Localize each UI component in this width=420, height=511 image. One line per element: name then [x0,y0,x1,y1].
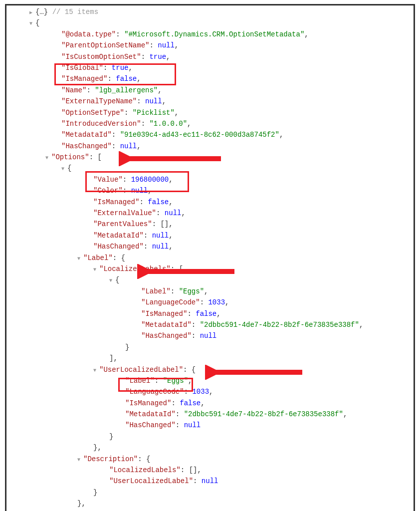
collapse-toggle-icon[interactable]: ▼ [61,165,67,173]
json-line: "HasChanged": null, [9,141,411,152]
json-viewer-panel: ▶{…} // 15 items ▼{ "@odata.type": "#Mic… [5,4,415,511]
json-line: "HasChanged": null, [9,241,411,252]
json-line: "MetadataId": null, [9,230,411,241]
json-line: "ParentOptionSetName": null, [9,40,411,51]
json-line: "ParentValues": [], [9,219,411,230]
json-line: "MetadataId": "2dbbc591-4de7-4b22-8b2f-6… [9,319,411,330]
collapse-toggle-icon[interactable]: ▼ [77,255,83,263]
json-line: ▶{…} // 15 items [9,6,411,17]
json-line: "MetadataId": "2dbbc591-4de7-4b22-8b2f-6… [9,409,411,420]
collapse-toggle-icon[interactable]: ▼ [93,266,99,274]
json-line: ▼"Options": [ [9,152,411,163]
json-line: "IsCustomOptionSet": true, [9,51,411,62]
json-line: } [9,431,411,442]
json-line: "ExternalTypeName": null, [9,96,411,107]
json-line: "IsManaged": false, [9,197,411,208]
collapse-toggle-icon[interactable]: ▼ [45,154,51,162]
expand-toggle-icon[interactable]: ▶ [29,9,35,17]
json-line: "@odata.type": "#Microsoft.Dynamics.CRM.… [9,29,411,40]
collapse-toggle-icon[interactable]: ▼ [77,456,83,464]
json-line: "OptionSetType": "Picklist", [9,107,411,118]
json-line: "MetadataId": "91e039c4-ad43-ec11-8c62-0… [9,129,411,140]
json-line: ▼{ [9,510,411,511]
collapse-toggle-icon[interactable]: ▼ [93,367,99,375]
json-line: "HasChanged": null [9,420,411,431]
json-line: ▼{ [9,17,411,28]
json-line: } [9,342,411,353]
json-line: ▼{ [9,274,411,285]
json-line: }, [9,442,411,453]
json-line: ▼{ [9,163,411,174]
json-line: "IntroducedVersion": "1.0.0.0", [9,118,411,129]
json-line: "Name": "lgb_allergens", [9,85,411,96]
json-line: "Label": "Eggs", [9,375,411,386]
collapse-toggle-icon[interactable]: ▼ [109,277,115,285]
json-line: "HasChanged": null [9,330,411,341]
json-line: "ExternalValue": null, [9,208,411,219]
json-line: "UserLocalizedLabel": null [9,476,411,487]
json-line: "LocalizedLabels": [], [9,465,411,476]
json-line: ▼"Label": { [9,253,411,263]
json-line: ▼"UserLocalizedLabel": { [9,364,411,375]
json-line: "LanguageCode": 1033, [9,297,411,308]
json-line: "IsGlobal": true, [9,62,411,73]
json-line: ], [9,353,411,364]
json-line: ▼"Description": { [9,454,411,465]
json-line: ▼"LocalizedLabels": [ [9,263,411,274]
json-line: "IsManaged": false, [9,398,411,409]
json-line: } [9,487,411,498]
json-line: "Label": "Eggs", [9,286,411,297]
json-line: "Value": 196800000, [9,174,411,185]
collapse-toggle-icon[interactable]: ▼ [29,20,35,28]
json-line: }, [9,498,411,509]
json-line: "LanguageCode": 1033, [9,386,411,397]
json-line: "IsManaged": false, [9,73,411,84]
json-line: "IsManaged": false, [9,308,411,319]
json-line: "Color": null, [9,185,411,196]
